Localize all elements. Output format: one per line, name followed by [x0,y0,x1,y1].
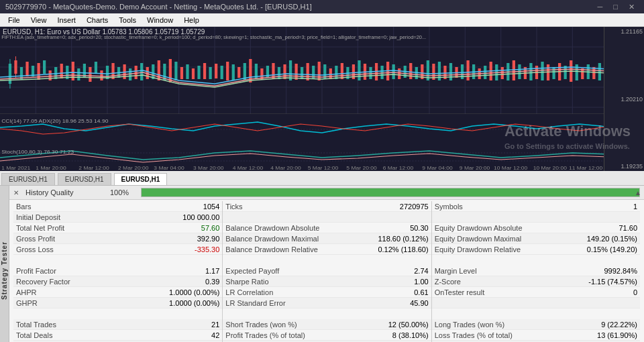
svg-text:5 Mar 12:00: 5 Mar 12:00 [308,165,339,171]
stat-ghpr: GHPR 1.0000 (0.00%) [13,298,222,308]
spacer-1 [13,255,222,266]
svg-rect-64 [226,62,229,80]
quality-bar [142,188,639,196]
svg-text:10 Mar 12:00: 10 Mar 12:00 [494,165,528,171]
minimize-button[interactable]: ─ [594,3,607,11]
svg-rect-119 [541,62,543,80]
stat-sharpe: Sharpe Ratio 1.00 [223,276,431,287]
menu-window[interactable]: Window [142,15,178,25]
svg-rect-83 [335,66,337,79]
svg-text:3 Mar 20:00: 3 Mar 20:00 [193,165,224,171]
stat-profit-factor: Profit Factor 1.17 [13,266,222,276]
menu-charts[interactable]: Charts [81,15,113,25]
svg-rect-84 [341,63,343,79]
stat-symbols: Symbols 1 [432,201,640,212]
stat-lr-error: LR Standard Error 45.90 [223,298,431,308]
svg-rect-66 [237,67,240,78]
svg-rect-28 [20,67,23,79]
svg-rect-49 [140,63,143,80]
spacer-4 [223,308,431,319]
svg-rect-55 [174,62,177,80]
svg-rect-78 [307,63,309,80]
svg-rect-57 [186,64,189,79]
stat-balance-dd-max: Balance Drawdown Maximal 118.60 (0.12%) [223,233,431,244]
strategy-tester-panel: Strategy Tester ✕ History Quality 100% ▲… [0,186,644,342]
svg-rect-129 [598,63,601,80]
menu-help[interactable]: Help [178,15,205,25]
window-controls[interactable]: ─ □ ✕ [594,3,639,11]
svg-rect-25 [14,60,17,74]
svg-rect-22 [9,64,11,84]
svg-text:2 Mar 12:00: 2 Mar 12:00 [78,165,109,171]
stat-margin-level: Margin Level 9992.84% [432,266,640,276]
close-button[interactable]: ✕ [625,3,639,11]
svg-rect-48 [135,66,138,79]
svg-rect-94 [398,68,400,79]
chart-svg[interactable]: 1 Mar 2021 1 Mar 20:00 2 Mar 12:00 2 Mar… [0,27,644,171]
maximize-button[interactable]: □ [609,3,622,11]
menu-file[interactable]: File [3,15,25,25]
svg-text:9 Mar 20:00: 9 Mar 20:00 [460,165,490,171]
menu-insert[interactable]: Insert [52,15,81,25]
chart-tab-3[interactable]: EURUSD,H1 [114,173,168,185]
svg-text:11 Mar 12:00: 11 Mar 12:00 [569,165,603,171]
svg-text:10 Mar 20:00: 10 Mar 20:00 [533,165,568,171]
svg-rect-63 [221,66,223,79]
svg-rect-62 [215,64,217,78]
svg-text:1 Mar 20:00: 1 Mar 20:00 [36,165,66,171]
svg-rect-60 [203,63,206,79]
svg-rect-114 [513,60,515,80]
collapse-button[interactable]: ▲ [635,189,641,196]
svg-text:2 Mar 20:00: 2 Mar 20:00 [118,165,149,171]
svg-rect-106 [466,60,469,80]
stats-col-2: Ticks 2720975 Balance Drawdown Absolute … [222,201,431,342]
svg-rect-89 [369,67,372,79]
svg-rect-33 [49,70,52,80]
stat-lr-correlation: LR Correlation 0.61 [223,287,431,298]
spacer-5 [432,255,640,266]
chart-tab-2[interactable]: EURUSD,H1 [58,173,111,185]
menu-view[interactable]: View [25,15,52,25]
history-quality-row: ✕ History Quality 100% ▲ [9,186,644,200]
svg-rect-82 [329,68,332,79]
svg-text:Stoch(100,80,3) 76.30 71.23: Stoch(100,80,3) 76.30 71.23 [1,149,74,155]
chart-header: EURUSD, H1: Euro vs US Dollar 1.05783 1.… [3,28,205,36]
svg-rect-103 [449,63,452,80]
svg-rect-42 [100,70,103,80]
spacer-6 [432,308,640,319]
stat-expected-payoff: Expected Payoff 2.74 [223,266,431,276]
stat-balance-dd-rel: Balance Drawdown Relative 0.12% (118.60) [223,244,431,255]
svg-text:4 Mar 20:00: 4 Mar 20:00 [270,165,301,171]
svg-rect-76 [294,64,297,80]
svg-rect-43 [106,66,109,79]
svg-rect-96 [409,63,412,79]
tester-content: ✕ History Quality 100% ▲ Bars 1054 I [9,186,644,342]
svg-rect-41 [95,62,97,74]
price-3: 1.19235 [606,163,643,170]
svg-rect-73 [278,67,280,79]
price-scale: 1.21165 1.20210 1.19235 [604,27,644,171]
svg-rect-117 [529,63,532,80]
svg-rect-40 [89,67,91,82]
stat-empty-c3-9 [432,298,640,308]
svg-rect-87 [358,60,360,80]
stat-gross-loss: Gross Loss -335.30 [13,244,222,255]
svg-rect-58 [192,68,195,79]
stat-short-trades: Short Trades (won %) 12 (50.00%) [223,319,431,330]
svg-rect-61 [209,67,211,79]
svg-rect-54 [169,59,172,82]
chart-tab-1[interactable]: EURUSD,H1 [1,173,55,185]
svg-text:4 Mar 12:00: 4 Mar 12:00 [233,165,264,171]
stat-net-profit: Total Net Profit 57.60 [13,223,222,233]
svg-rect-128 [592,67,595,79]
menu-tools[interactable]: Tools [113,15,142,25]
close-tester-button[interactable]: ✕ [13,189,19,196]
svg-text:CCI(14) 77.05 ADX(20) 18.96 25: CCI(14) 77.05 ADX(20) 18.96 25.53 14.90 [1,118,109,124]
svg-rect-74 [283,64,286,79]
stat-empty-c2-1 [223,212,431,223]
stat-total-deals: Total Deals 42 [13,330,222,341]
title-text: 5029779970 - MetaQuotes-Demo. Demo Accou… [5,3,312,11]
stats-col-3: Symbols 1 Equity Drawdown Absolute 71.60… [431,201,640,342]
stat-ontester: OnTester result 0 [432,287,640,298]
svg-rect-91 [380,66,383,79]
